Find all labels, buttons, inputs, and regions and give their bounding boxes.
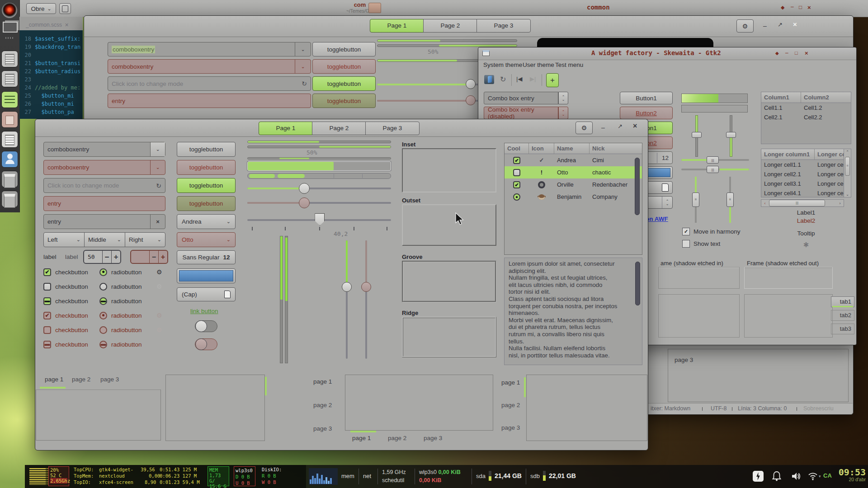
bg-close-icon[interactable]: × bbox=[793, 20, 797, 28]
workspace-switcher-icon[interactable] bbox=[3, 22, 18, 33]
fg-textview[interactable]: Lorem ipsum dolor sit amet, consectetur … bbox=[504, 258, 642, 365]
bg-tab-page1[interactable]: Page 1 bbox=[370, 19, 424, 33]
dock-item-archive[interactable] bbox=[1, 111, 18, 128]
fg-togglebutton-1[interactable]: togglebutton bbox=[177, 142, 236, 157]
scroll-right-icon[interactable]: › bbox=[836, 201, 844, 206]
nb-tab-page3[interactable]: page 3 bbox=[424, 435, 442, 441]
tree-row-selected[interactable]: ! Otto chaotic bbox=[505, 166, 642, 178]
close-icon[interactable]: × bbox=[807, 4, 811, 11]
gtk2-check-showtext[interactable]: Show text bbox=[682, 240, 720, 248]
volume-icon[interactable] bbox=[791, 471, 802, 482]
spin-plus[interactable]: + bbox=[111, 251, 120, 263]
power-tray-icon[interactable] bbox=[753, 471, 764, 482]
keyboard-layout[interactable]: CA bbox=[823, 472, 832, 479]
bg-notebook-page3-label[interactable]: page 3 bbox=[675, 357, 693, 363]
dock-item-window-2[interactable] bbox=[1, 191, 18, 207]
vertical-scrollbar[interactable]: ⌃ = ⌄ bbox=[844, 149, 851, 197]
scale-knob[interactable] bbox=[299, 183, 310, 194]
cell[interactable]: Longer cell1.1 bbox=[761, 160, 815, 169]
network-plugin[interactable]: wlp3s0 0,00 KiB 0,00 KiB bbox=[419, 468, 461, 484]
combo-arrow[interactable]: ⌄ bbox=[295, 42, 311, 56]
editor-tab[interactable]: _common.scss ✕ bbox=[26, 19, 83, 30]
fg-color-button[interactable] bbox=[177, 268, 236, 283]
tree-scrollbar[interactable] bbox=[635, 158, 640, 215]
fg-togglebutton-3[interactable]: togglebutton bbox=[177, 178, 236, 193]
dock-item-user[interactable] bbox=[1, 151, 18, 168]
fg-tab-page3[interactable]: Page 3 bbox=[365, 122, 420, 135]
fg-close-icon[interactable]: × bbox=[633, 122, 637, 130]
close-icon[interactable]: × bbox=[805, 50, 808, 56]
fg-switch-off[interactable] bbox=[195, 320, 217, 332]
gtk2-side-tab1[interactable]: tab1 bbox=[831, 296, 854, 307]
tray-caret-icon[interactable]: ▾ bbox=[819, 474, 821, 479]
gtk2-table1[interactable]: Column1Column2 Cell1.1Cell1.2 Cell2.1Cel… bbox=[761, 92, 851, 144]
row-checkbox-checked[interactable]: ✔ bbox=[513, 157, 520, 164]
fg-tab-page2[interactable]: Page 2 bbox=[312, 122, 366, 135]
column-header-name[interactable]: Name bbox=[554, 143, 590, 154]
fg-comboboxentry[interactable]: comboboxentry ⌄ bbox=[43, 142, 165, 157]
maximize-icon[interactable]: □ bbox=[795, 50, 798, 56]
column-header[interactable]: Column1 bbox=[761, 92, 801, 103]
column-header[interactable]: Column2 bbox=[801, 92, 851, 103]
nb-tab-page2[interactable]: page 2 bbox=[501, 402, 520, 408]
sound-icon[interactable] bbox=[484, 75, 494, 84]
cell[interactable]: Longer cell4.1 bbox=[761, 188, 815, 197]
radio-selected[interactable]: ● bbox=[99, 268, 107, 276]
hslider-grip[interactable]: ||| bbox=[707, 166, 719, 173]
editor-code[interactable]: 18$asset_suffix: 19$backdrop_tran 20 21$… bbox=[19, 30, 83, 119]
column-header-nick[interactable]: Nick bbox=[590, 143, 642, 154]
gtk2-hslider-1[interactable]: ||| bbox=[681, 156, 749, 164]
cell-name[interactable]: Orville bbox=[554, 180, 590, 189]
cell[interactable]: Longer cell2.1 bbox=[761, 169, 815, 179]
checkbox-unchecked[interactable] bbox=[43, 283, 51, 291]
graph-net-label[interactable]: net bbox=[363, 473, 371, 479]
cell-name[interactable]: Otto bbox=[554, 168, 590, 177]
cell-nick[interactable]: chaotic bbox=[590, 168, 642, 177]
gtk2-vslider-2[interactable]: ≡ bbox=[726, 177, 734, 223]
open-button[interactable]: Obre ⌄ bbox=[26, 3, 56, 14]
minimize-icon[interactable]: – bbox=[791, 4, 794, 10]
cell[interactable]: Cell1.1 bbox=[761, 103, 801, 113]
notification-bell-icon[interactable] bbox=[772, 471, 782, 482]
gtk2-vslider-1[interactable]: ≡ bbox=[692, 177, 700, 223]
fg-settings-button[interactable]: ⚙ bbox=[576, 122, 593, 134]
dock-item-notes[interactable] bbox=[1, 131, 18, 148]
column-header[interactable]: Longer column1 bbox=[761, 149, 815, 160]
hslider-grip[interactable]: ||| bbox=[707, 156, 719, 164]
fg-minimize-icon[interactable]: – bbox=[601, 124, 605, 131]
combo-left[interactable]: Left⌄ bbox=[43, 232, 85, 247]
new-tab-button[interactable] bbox=[59, 3, 71, 14]
gear-icon[interactable]: ⚙ bbox=[156, 268, 162, 276]
bg-tab-page2[interactable]: Page 2 bbox=[423, 19, 477, 33]
fg-scale-marks[interactable] bbox=[247, 213, 391, 231]
bg-maximize-icon[interactable]: ↗ bbox=[778, 21, 783, 28]
gtk2-vscale-right[interactable] bbox=[726, 115, 736, 157]
cell[interactable]: Longer cell3.1 bbox=[761, 179, 815, 188]
fg-vscale[interactable] bbox=[341, 240, 352, 359]
gtk2-link[interactable]: on AWF bbox=[646, 216, 668, 222]
gtk2-side-tab3[interactable]: tab3 bbox=[831, 324, 854, 334]
gtk2-side-tab2[interactable]: tab2 bbox=[831, 310, 854, 321]
cell[interactable]: Cell1.2 bbox=[801, 103, 851, 113]
dock-item-invoice-1[interactable] bbox=[1, 51, 18, 67]
hal-launcher-icon[interactable] bbox=[2, 3, 17, 18]
gtk2-titlebar[interactable]: A widget factory - Skewaita - Gtk2 ◆ – □… bbox=[478, 47, 856, 60]
gtk2-combo-spin[interactable]: ⌃⌄ bbox=[558, 92, 568, 104]
refresh-icon[interactable]: ↻ bbox=[302, 80, 307, 87]
dock-item-widget-factory-active[interactable] bbox=[1, 91, 18, 108]
column-header-cool[interactable]: Cool bbox=[505, 143, 529, 154]
tree-row[interactable]: ✔ ✓ Andrea Cimi bbox=[505, 154, 642, 166]
add-button[interactable]: + bbox=[546, 73, 559, 87]
graph-mem-label[interactable]: mem bbox=[341, 473, 354, 479]
radio-indeterminate[interactable]: ▬ bbox=[99, 297, 107, 305]
fg-name-combo[interactable]: Andrea⌄ bbox=[177, 214, 236, 229]
stick-window-icon[interactable]: ◆ bbox=[781, 5, 784, 10]
row-checkbox-checked[interactable]: ✔ bbox=[513, 181, 520, 188]
fg-window-header[interactable]: Page 1 Page 2 Page 3 ⚙ – ↗ × bbox=[35, 119, 648, 137]
vscale-knob[interactable] bbox=[726, 132, 736, 138]
fg-font-button[interactable]: Sans Regular12 bbox=[177, 250, 236, 264]
nb-tab-page1[interactable]: page 1 bbox=[501, 379, 520, 386]
fg-link-button[interactable]: link button bbox=[190, 308, 218, 314]
checkbox-icon[interactable] bbox=[682, 240, 690, 248]
tab-close-icon[interactable]: ✕ bbox=[65, 22, 69, 28]
